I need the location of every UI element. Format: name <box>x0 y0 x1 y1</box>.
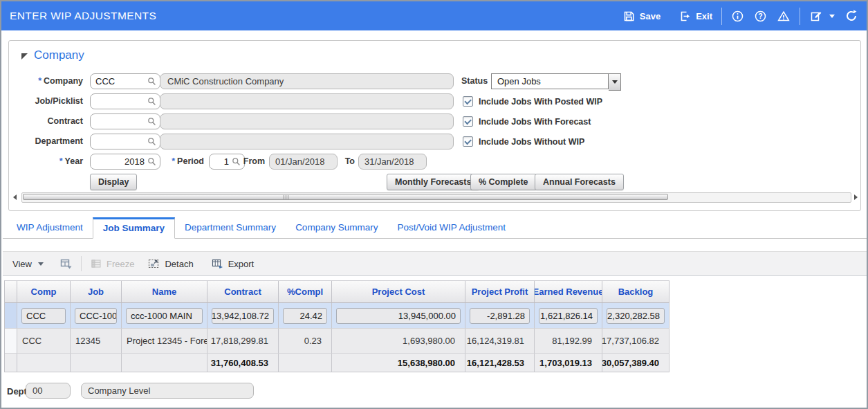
column-header-job[interactable]: Job <box>71 281 122 303</box>
column-header-project-cost[interactable]: Project Cost <box>332 281 465 303</box>
total-earned-revenue: 1,703,019.13 <box>535 354 602 372</box>
cell-project-profit[interactable]: -2,891.28 <box>470 308 530 324</box>
scrollbar-left-arrow[interactable] <box>13 194 17 200</box>
monthly-forecasts-button[interactable]: Monthly Forecasts <box>387 174 479 190</box>
refresh-icon[interactable] <box>844 9 858 23</box>
export-button[interactable]: Export <box>212 258 255 269</box>
search-icon[interactable] <box>147 117 156 126</box>
help-icon[interactable]: ? <box>754 10 767 23</box>
svg-text:?: ? <box>758 12 762 20</box>
status-label: Status <box>461 76 488 86</box>
cell-backlog[interactable]: 12,320,282.58 <box>607 308 665 324</box>
edit-icon[interactable] <box>809 10 823 23</box>
tab-post-void-wip-adjustment[interactable]: Post/Void WIP Adjustment <box>387 217 515 238</box>
horizontal-scrollbar[interactable] <box>21 192 851 203</box>
period-label: *Period <box>163 156 204 166</box>
grid-header-row: Comp Job Name Contract %Compl Project Co… <box>5 281 670 303</box>
cell-name[interactable]: ccc-1000 MAIN <box>126 308 203 324</box>
cell-pct-compl[interactable]: 24.42 <box>283 308 327 324</box>
cell-project-cost[interactable]: 13,945,000.00 <box>336 308 461 324</box>
save-label: Save <box>640 11 661 21</box>
year-input[interactable]: 2018 <box>90 154 160 170</box>
info-icon[interactable] <box>731 10 744 23</box>
contract-name-field <box>160 113 454 129</box>
detach-button[interactable]: Detach <box>148 258 193 269</box>
export-icon <box>212 258 223 269</box>
warning-icon[interactable] <box>777 10 791 23</box>
job-picklist-input[interactable] <box>90 93 160 109</box>
department-input[interactable] <box>90 134 160 149</box>
cell-comp[interactable]: CCC <box>21 308 66 324</box>
column-header-project-profit[interactable]: Project Profit <box>465 281 535 303</box>
grid-body: CCC CCC-1000 ccc-1000 MAIN 13,942,108.72… <box>5 303 670 372</box>
scrollbar-right-arrow[interactable] <box>854 194 858 200</box>
cell-earned-revenue: 81,192.99 <box>535 329 602 354</box>
company-input[interactable]: CCC <box>90 73 160 89</box>
tab-bar: WIP Adjustment Job Summary Department Su… <box>3 217 868 239</box>
chevron-down-icon <box>38 262 44 266</box>
cell-pct-compl: 0.23 <box>279 329 332 354</box>
checkbox-include-forecast[interactable]: Include Jobs With Forecast <box>463 116 591 127</box>
totals-row: 31,760,408.53 15,638,980.00 16,121,428.5… <box>5 354 670 372</box>
company-panel-header[interactable]: Company <box>21 48 84 62</box>
status-value[interactable]: Open Jobs <box>491 73 609 89</box>
checkbox-icon[interactable] <box>463 116 473 127</box>
status-select[interactable]: Open Jobs <box>491 73 621 91</box>
save-icon <box>622 10 636 23</box>
column-header-comp[interactable]: Comp <box>17 281 71 303</box>
column-header-pct-compl[interactable]: %Compl <box>279 281 332 303</box>
job-summary-grid: Comp Job Name Contract %Compl Project Co… <box>4 280 670 372</box>
annual-forecasts-button[interactable]: Annual Forecasts <box>535 174 624 190</box>
column-header-name[interactable]: Name <box>122 281 207 303</box>
divider <box>81 256 82 271</box>
tab-department-summary[interactable]: Department Summary <box>175 217 286 238</box>
display-button[interactable]: Display <box>90 174 137 190</box>
checkbox-include-posted-wip[interactable]: Include Jobs With Posted WIP <box>463 96 602 107</box>
required-marker: * <box>172 156 175 166</box>
tab-job-summary[interactable]: Job Summary <box>93 217 175 239</box>
table-row[interactable]: CCC 12345 Project 12345 - Foreca 17,818,… <box>5 329 670 354</box>
query-by-example-button[interactable] <box>60 258 72 269</box>
column-header-contract[interactable]: Contract <box>207 281 279 303</box>
checkbox-include-without-wip[interactable]: Include Jobs Without WIP <box>463 136 584 147</box>
cell-earned-revenue[interactable]: 1,621,826.14 <box>539 308 598 324</box>
search-icon[interactable] <box>147 77 156 86</box>
cell-comp: CCC <box>17 329 71 354</box>
chevron-down-icon[interactable] <box>829 15 835 18</box>
total-backlog: 30,057,389.40 <box>602 354 670 372</box>
collapse-triangle-icon[interactable] <box>21 53 28 60</box>
column-header-earned-revenue[interactable]: Earned Revenue <box>535 281 602 303</box>
department-name-field <box>160 134 454 149</box>
cell-job: 12345 <box>71 329 122 354</box>
job-picklist-label: Job/Picklist <box>9 96 83 106</box>
exit-button[interactable]: Exit <box>678 10 712 23</box>
row-selector[interactable] <box>5 303 17 329</box>
column-header-backlog[interactable]: Backlog <box>602 281 670 303</box>
scrollbar-grip[interactable] <box>284 195 290 199</box>
tab-company-summary[interactable]: Company Summary <box>286 217 387 238</box>
tab-wip-adjustment[interactable]: WIP Adjustment <box>7 217 93 238</box>
search-icon[interactable] <box>147 137 156 146</box>
total-contract: 31,760,408.53 <box>207 354 279 372</box>
cell-contract: 17,818,299.81 <box>207 329 279 354</box>
checkbox-icon[interactable] <box>463 96 473 107</box>
search-icon[interactable] <box>147 157 156 166</box>
cell-job[interactable]: CCC-1000 <box>75 308 117 324</box>
contract-input[interactable] <box>90 113 160 129</box>
row-selector[interactable] <box>5 329 17 354</box>
dropdown-arrow-icon[interactable] <box>609 73 621 91</box>
to-label: To <box>338 156 355 166</box>
scrollbar-thumb[interactable] <box>23 194 668 200</box>
total-project-profit: 16,121,428.53 <box>465 354 535 372</box>
cell-contract[interactable]: 13,942,108.72 <box>212 308 274 324</box>
search-icon[interactable] <box>147 97 156 106</box>
save-button[interactable]: Save <box>622 10 661 23</box>
view-menu-label: View <box>12 259 32 269</box>
percent-complete-button[interactable]: % Complete <box>470 174 537 190</box>
table-row[interactable]: CCC CCC-1000 ccc-1000 MAIN 13,942,108.72… <box>5 303 670 329</box>
view-menu-button[interactable]: View <box>12 259 44 269</box>
total-project-cost: 15,638,980.00 <box>332 354 465 372</box>
panel-title[interactable]: Company <box>34 48 84 62</box>
from-date-field: 01/Jan/2018 <box>269 154 338 170</box>
checkbox-icon[interactable] <box>463 136 473 147</box>
